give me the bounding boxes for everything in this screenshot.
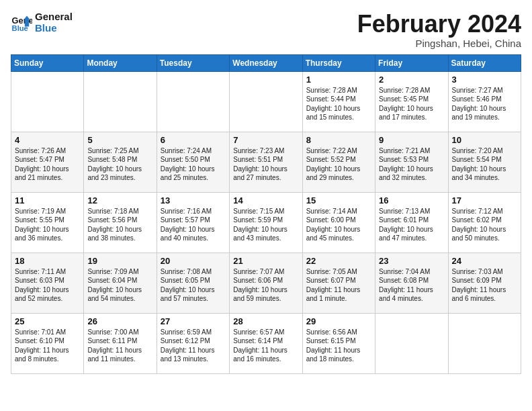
calendar-cell: 21Sunrise: 7:07 AM Sunset: 6:06 PM Dayli… [230,253,302,313]
calendar-cell [375,313,448,373]
day-number: 12 [87,195,152,205]
day-number: 26 [87,316,152,326]
calendar-week-row: 1Sunrise: 7:28 AM Sunset: 5:44 PM Daylig… [11,71,521,132]
day-number: 25 [15,316,80,326]
location-subtitle: Pingshan, Hebei, China [357,38,521,49]
weekday-header: Wednesday [230,54,302,71]
day-number: 20 [161,256,226,266]
weekday-header: Friday [375,54,448,71]
day-number: 3 [452,75,517,85]
day-info: Sunrise: 7:11 AM Sunset: 6:03 PM Dayligh… [15,267,80,304]
weekday-header: Monday [84,54,157,71]
day-info: Sunrise: 7:25 AM Sunset: 5:48 PM Dayligh… [87,146,152,183]
day-info: Sunrise: 7:20 AM Sunset: 5:54 PM Dayligh… [452,146,517,183]
calendar-cell [11,71,84,132]
day-info: Sunrise: 7:09 AM Sunset: 6:04 PM Dayligh… [87,267,152,304]
weekday-header: Sunday [11,54,84,71]
calendar-cell: 27Sunrise: 6:59 AM Sunset: 6:12 PM Dayli… [157,313,229,373]
calendar-cell [448,313,521,373]
calendar-cell: 15Sunrise: 7:14 AM Sunset: 6:00 PM Dayli… [302,192,375,253]
day-number: 29 [306,316,371,326]
page-header: General Blue General Blue February 2024 … [11,11,521,49]
month-year-title: February 2024 [357,11,521,38]
calendar-cell: 3Sunrise: 7:27 AM Sunset: 5:46 PM Daylig… [448,71,521,132]
calendar-cell: 16Sunrise: 7:13 AM Sunset: 6:01 PM Dayli… [375,192,448,253]
calendar-cell: 17Sunrise: 7:12 AM Sunset: 6:02 PM Dayli… [448,192,521,253]
day-info: Sunrise: 7:01 AM Sunset: 6:10 PM Dayligh… [15,328,80,364]
calendar-cell [157,71,229,132]
day-info: Sunrise: 7:23 AM Sunset: 5:51 PM Dayligh… [233,146,298,183]
day-info: Sunrise: 7:05 AM Sunset: 6:07 PM Dayligh… [306,267,371,304]
day-info: Sunrise: 7:14 AM Sunset: 6:00 PM Dayligh… [306,207,371,243]
calendar-week-row: 4Sunrise: 7:26 AM Sunset: 5:47 PM Daylig… [11,132,521,192]
day-info: Sunrise: 7:13 AM Sunset: 6:01 PM Dayligh… [379,207,444,243]
logo: General Blue General Blue [11,11,73,34]
calendar-cell: 23Sunrise: 7:04 AM Sunset: 6:08 PM Dayli… [375,253,448,313]
calendar-cell: 29Sunrise: 6:56 AM Sunset: 6:15 PM Dayli… [302,313,375,373]
calendar-cell [84,71,157,132]
day-number: 15 [306,195,371,205]
day-number: 17 [452,195,517,205]
calendar-cell: 2Sunrise: 7:28 AM Sunset: 5:45 PM Daylig… [375,71,448,132]
calendar-cell: 4Sunrise: 7:26 AM Sunset: 5:47 PM Daylig… [11,132,84,192]
calendar-cell: 19Sunrise: 7:09 AM Sunset: 6:04 PM Dayli… [84,253,157,313]
day-number: 23 [379,256,444,266]
day-number: 22 [306,256,371,266]
weekday-header: Tuesday [157,54,229,71]
day-info: Sunrise: 6:59 AM Sunset: 6:12 PM Dayligh… [161,328,226,364]
day-info: Sunrise: 7:18 AM Sunset: 5:56 PM Dayligh… [87,207,152,243]
calendar-cell: 22Sunrise: 7:05 AM Sunset: 6:07 PM Dayli… [302,253,375,313]
calendar-cell: 5Sunrise: 7:25 AM Sunset: 5:48 PM Daylig… [84,132,157,192]
logo-general: General [35,11,73,22]
day-number: 1 [306,75,371,85]
day-number: 18 [15,256,80,266]
day-number: 4 [15,135,80,145]
day-number: 7 [233,135,298,145]
calendar-week-row: 18Sunrise: 7:11 AM Sunset: 6:03 PM Dayli… [11,253,521,313]
logo-icon: General Blue [11,11,32,33]
title-block: February 2024 Pingshan, Hebei, China [357,11,521,49]
day-number: 16 [379,195,444,205]
day-number: 6 [161,135,226,145]
day-info: Sunrise: 7:27 AM Sunset: 5:46 PM Dayligh… [452,86,517,122]
weekday-header-row: SundayMondayTuesdayWednesdayThursdayFrid… [11,54,521,71]
day-number: 21 [233,256,298,266]
logo-blue: Blue [35,22,73,34]
calendar-cell: 25Sunrise: 7:01 AM Sunset: 6:10 PM Dayli… [11,313,84,373]
day-info: Sunrise: 7:00 AM Sunset: 6:11 PM Dayligh… [87,328,152,364]
day-info: Sunrise: 7:03 AM Sunset: 6:09 PM Dayligh… [452,267,517,304]
day-info: Sunrise: 7:19 AM Sunset: 5:55 PM Dayligh… [15,207,80,243]
calendar-week-row: 25Sunrise: 7:01 AM Sunset: 6:10 PM Dayli… [11,313,521,373]
day-info: Sunrise: 7:22 AM Sunset: 5:52 PM Dayligh… [306,146,371,183]
day-number: 27 [161,316,226,326]
calendar-cell: 9Sunrise: 7:21 AM Sunset: 5:53 PM Daylig… [375,132,448,192]
calendar-cell: 11Sunrise: 7:19 AM Sunset: 5:55 PM Dayli… [11,192,84,253]
day-number: 5 [87,135,152,145]
day-info: Sunrise: 7:26 AM Sunset: 5:47 PM Dayligh… [15,146,80,183]
calendar-cell: 18Sunrise: 7:11 AM Sunset: 6:03 PM Dayli… [11,253,84,313]
day-number: 19 [87,256,152,266]
calendar-cell: 8Sunrise: 7:22 AM Sunset: 5:52 PM Daylig… [302,132,375,192]
day-info: Sunrise: 7:24 AM Sunset: 5:50 PM Dayligh… [161,146,226,183]
calendar-cell [230,71,302,132]
day-info: Sunrise: 7:15 AM Sunset: 5:59 PM Dayligh… [233,207,298,243]
calendar-cell: 24Sunrise: 7:03 AM Sunset: 6:09 PM Dayli… [448,253,521,313]
day-number: 24 [452,256,517,266]
day-info: Sunrise: 7:04 AM Sunset: 6:08 PM Dayligh… [379,267,444,304]
calendar-week-row: 11Sunrise: 7:19 AM Sunset: 5:55 PM Dayli… [11,192,521,253]
calendar-cell: 13Sunrise: 7:16 AM Sunset: 5:57 PM Dayli… [157,192,229,253]
day-number: 10 [452,135,517,145]
day-number: 2 [379,75,444,85]
day-number: 8 [306,135,371,145]
day-info: Sunrise: 7:28 AM Sunset: 5:45 PM Dayligh… [379,86,444,122]
day-number: 28 [233,316,298,326]
day-info: Sunrise: 7:12 AM Sunset: 6:02 PM Dayligh… [452,207,517,243]
day-info: Sunrise: 6:57 AM Sunset: 6:14 PM Dayligh… [233,328,298,364]
calendar-cell: 10Sunrise: 7:20 AM Sunset: 5:54 PM Dayli… [448,132,521,192]
weekday-header: Saturday [448,54,521,71]
calendar-cell: 7Sunrise: 7:23 AM Sunset: 5:51 PM Daylig… [230,132,302,192]
calendar-cell: 20Sunrise: 7:08 AM Sunset: 6:05 PM Dayli… [157,253,229,313]
weekday-header: Thursday [302,54,375,71]
day-info: Sunrise: 7:16 AM Sunset: 5:57 PM Dayligh… [161,207,226,243]
day-number: 9 [379,135,444,145]
